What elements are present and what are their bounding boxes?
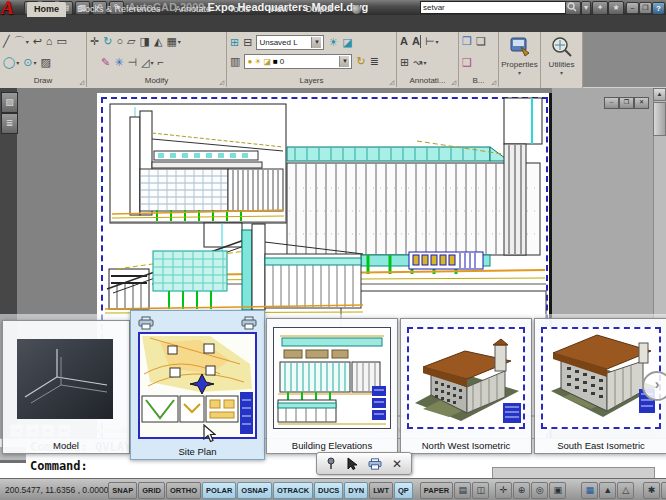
layer-state-dropdown[interactable]: Unsaved L▼ [256,35,324,50]
panel-properties[interactable]: Properties ▾ [499,32,541,90]
tab-output[interactable]: Output [298,2,339,17]
leader-icon[interactable]: ↝ [413,56,422,69]
explode-icon[interactable]: ✳ [114,56,123,69]
ellipse-icon[interactable]: ⊙ [23,56,32,69]
plot-layout-icon[interactable] [138,316,154,330]
drawing-close-button[interactable]: ✕ [634,97,649,109]
stretch-icon[interactable]: ▱ [127,35,135,48]
tab-annotate[interactable]: Annotate [168,2,218,17]
toggle-polar[interactable]: POLAR [202,482,236,499]
dock-tool-icon[interactable]: ▨ [1,92,18,113]
properties-dropdown-icon[interactable]: ▾ [518,69,521,76]
publish-layout-icon[interactable] [241,316,257,330]
tab-home[interactable]: Home [27,2,66,17]
layer-lock-icon[interactable]: ⊞ [230,36,239,49]
qv-thumb-site-plan[interactable]: Site Plan [130,310,265,460]
vertical-scroll-thumb[interactable] [653,102,666,136]
quick-view-drawings-icon[interactable]: ◫ [472,482,489,499]
qv-next-arrow-icon[interactable]: › [642,371,666,401]
hatch-icon[interactable]: ▨ [41,56,51,69]
restore-button[interactable]: ❐ [639,2,652,14]
tab-blocks-references[interactable]: Blocks & References [70,2,168,17]
qv-thumb-building-elevations[interactable]: Building Elevations [266,318,398,454]
scale-icon[interactable]: ◨ [140,35,150,48]
utilities-dropdown-icon[interactable]: ▾ [560,69,563,76]
pan-icon[interactable]: ✛ [495,482,512,499]
toggle-dyn[interactable]: DYN [344,482,368,499]
toggle-grid[interactable]: GRID [138,482,165,499]
toggle-snap[interactable]: SNAP [108,482,137,499]
layers-expander-icon[interactable]: ◿ [389,78,394,85]
toggle-ortho[interactable]: ORTHO [166,482,201,499]
arc-icon[interactable]: ⌒ [14,35,25,48]
mirror-icon[interactable]: ◭ [154,35,162,48]
polygon-icon[interactable]: ⌂ [46,35,53,48]
tab-view[interactable]: View [262,2,295,17]
mtext-icon[interactable]: A [412,35,421,48]
layer-freeze-icon[interactable]: ◪ [342,36,352,49]
zoom-icon[interactable]: ⊕ [513,482,530,499]
scroll-up-icon[interactable]: ▲ [653,88,666,101]
qv-close-icon[interactable]: ✕ [389,456,405,471]
array-icon[interactable]: ▦ [166,35,176,48]
toggle-osnap[interactable]: OSNAP [237,482,272,499]
qv-thumb-model[interactable]: Model [2,320,130,454]
paper-model-button[interactable]: PAPER [420,482,453,499]
toggle-lwt[interactable]: LWT [369,482,393,499]
layer-dropdown[interactable]: ● ☀ ◪ ■ 0 ▼ [244,54,352,69]
annotation-expander-icon[interactable]: ◿ [451,78,456,85]
modify-expander-icon[interactable]: ◿ [219,78,224,85]
polyline-icon[interactable]: ↩ [33,35,42,48]
table-icon[interactable]: ⊞ [400,56,409,69]
annotation-autoscale-icon[interactable]: △ [617,482,634,499]
infocenter-search-input[interactable] [420,1,568,14]
minimize-button[interactable]: – [626,2,639,14]
panel-utilities[interactable]: Utilities ▾ [541,32,583,90]
move-icon[interactable]: ✛ [90,35,99,48]
command-prompt[interactable]: Command: [30,459,88,473]
toolbar-lock-icon[interactable]: ▪ [661,482,666,499]
layer-isolate-icon[interactable]: ☀ [328,36,338,49]
chamfer-icon[interactable]: ⌐ [158,56,164,69]
publish-icon[interactable] [367,456,383,471]
text-icon[interactable]: A [400,35,408,48]
toggle-qp[interactable]: QP [394,482,413,499]
toggle-ducs[interactable]: DUCS [314,482,343,499]
circle-icon[interactable]: ◯ [3,56,15,69]
insert-block-icon[interactable]: ❒ [462,35,472,48]
showmotion-icon[interactable]: ▣ [549,482,566,499]
edit-block-icon[interactable]: ❑ [462,56,472,69]
erase-icon[interactable]: ✎ [101,56,110,69]
trim-icon[interactable]: ⊣ [127,56,137,69]
coordinates-readout[interactable]: 200.5477, 11.6356 , 0.0000 [0,485,108,495]
autocad-logo-icon[interactable]: A [1,0,21,21]
layer-properties-icon[interactable]: ▥ [230,55,240,68]
toggle-otrack[interactable]: OTRACK [273,482,313,499]
search-icon[interactable] [565,1,581,15]
dock-palette-icon[interactable]: ≣ [1,113,18,134]
workspace-switching-icon[interactable]: ✱ [643,482,660,499]
steering-wheel-icon[interactable]: ◎ [531,482,548,499]
search-dropdown-icon[interactable]: ▾ [581,1,591,15]
rotate-icon[interactable]: ↻ [103,35,112,48]
pin-icon[interactable] [323,456,339,471]
create-block-icon[interactable]: ❏ [476,35,486,48]
annotation-visibility-icon[interactable]: ▲ [599,482,616,499]
drawing-restore-button[interactable]: ❐ [619,97,634,109]
model-space-icon[interactable]: ▦ [581,482,598,499]
layer-unlock-icon[interactable]: ⊟ [243,36,252,49]
layer-prev-icon[interactable]: ≣ [370,55,379,68]
new-layout-icon[interactable] [345,456,361,471]
erase-circle-icon[interactable]: ○ [116,35,123,48]
tab-tools[interactable]: Tools [222,2,257,17]
draw-expander-icon[interactable]: ◿ [79,78,84,85]
quick-view-layouts-icon[interactable]: ▤ [454,482,471,499]
rectangle-icon[interactable]: ▭ [57,35,67,48]
favorites-star-icon[interactable]: ★ [608,1,624,15]
media-record-icon[interactable] [352,5,361,14]
qv-thumb-north-west-isometric[interactable]: North West Isometric [400,318,532,454]
dimension-icon[interactable]: ⊢ [425,35,435,48]
block-expander-icon[interactable]: ◿ [491,78,496,85]
fillet-icon[interactable]: ◿ [141,56,149,69]
communication-center-icon[interactable]: ✦ [592,1,608,15]
